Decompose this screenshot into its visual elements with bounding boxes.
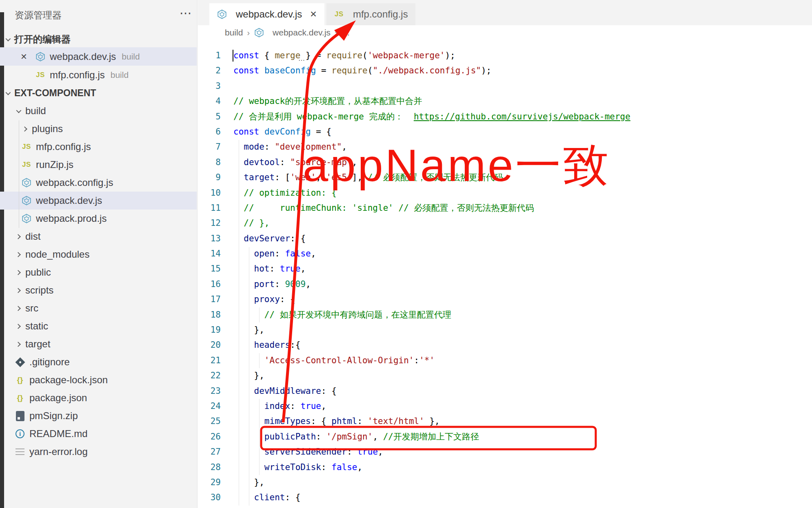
breadcrumb-item-webpack.dev.js[interactable]: webpack.dev.js (273, 28, 331, 38)
tree-item-dist[interactable]: dist (0, 227, 197, 245)
tree-item-package-lock.json[interactable]: {}package-lock.json (0, 371, 197, 389)
tree-item-target[interactable]: target (0, 335, 197, 353)
code-line-13[interactable]: 13 devServer: { (198, 231, 812, 246)
open-editors-header[interactable]: 打开的编辑器 (0, 31, 197, 47)
code-line-23[interactable]: 23 devMiddleware: { (198, 384, 812, 399)
code-line-29[interactable]: 29 }, (198, 475, 812, 490)
line-number[interactable]: 7 (198, 139, 221, 155)
line-number[interactable]: 4 (198, 94, 221, 109)
line-number[interactable]: 15 (198, 261, 221, 276)
tab-mfp.config.js[interactable]: JSmfp.config.js (326, 3, 415, 25)
line-number[interactable]: 21 (198, 353, 221, 368)
line-number[interactable]: 3 (198, 79, 221, 94)
tree-item-src[interactable]: src (0, 299, 197, 317)
tree-item-public[interactable]: public (0, 263, 197, 281)
breadcrumb-item-…[interactable]: … (342, 28, 350, 38)
line-number[interactable]: 25 (198, 414, 221, 429)
code-line-26[interactable]: 26 publicPath: '/pmSign', //开发期增加上下文路径 (198, 429, 812, 444)
tree-item-webpack.dev.js[interactable]: webpack.dev.js (0, 192, 197, 210)
close-icon[interactable]: ✕ (20, 52, 29, 62)
line-number[interactable]: 16 (198, 277, 221, 292)
code-line-27[interactable]: 27 serverSideRender: true, (198, 444, 812, 459)
line-number[interactable]: 10 (198, 186, 221, 201)
line-number[interactable]: 14 (198, 246, 221, 261)
code-line-10[interactable]: 10 // optimization: { (198, 186, 812, 201)
code-line-1[interactable]: 1const { merge } = require('webpack-merg… (198, 48, 812, 63)
code-line-11[interactable]: 11 // runtimeChunk: 'single' // 必须配置，否则无… (198, 201, 812, 216)
line-number[interactable]: 24 (198, 399, 221, 414)
line-number[interactable]: 13 (198, 231, 221, 246)
code-text: // runtimeChunk: 'single' // 必须配置，否则无法热更… (233, 201, 534, 216)
code-line-4[interactable]: 4// webpack的开发环境配置，从基本配置中合并 (198, 94, 812, 109)
line-number[interactable]: 11 (198, 201, 221, 216)
workspace-header[interactable]: EXT-COMPONENT (0, 84, 197, 102)
tree-item-package.json[interactable]: {}package.json (0, 389, 197, 407)
line-number[interactable]: 26 (198, 429, 221, 444)
line-number[interactable]: 5 (198, 109, 221, 124)
line-number[interactable]: 6 (198, 124, 221, 139)
code-line-19[interactable]: 19 }, (198, 322, 812, 338)
code-line-14[interactable]: 14 open: false, (198, 246, 812, 261)
code-line-22[interactable]: 22 }, (198, 368, 812, 383)
tree-item-mfp.config.js[interactable]: JSmfp.config.js (0, 138, 197, 156)
line-number[interactable]: 2 (198, 63, 221, 78)
code-line-24[interactable]: 24 index: true, (198, 399, 812, 414)
close-icon[interactable]: ✕ (310, 9, 317, 19)
line-number[interactable]: 1 (198, 48, 221, 63)
code-line-7[interactable]: 7 mode: "development", (198, 139, 812, 155)
tree-item-pmSign.zip[interactable]: pmSign.zip (0, 407, 197, 425)
code-editor[interactable]: ⋯ 1const { merge } = require('webpack-me… (198, 48, 812, 508)
webpack-icon (21, 195, 32, 206)
code-line-20[interactable]: 20 headers:{ (198, 338, 812, 353)
line-number[interactable]: 8 (198, 155, 221, 170)
code-line-8[interactable]: 8 devtool: "source-map", (198, 155, 812, 170)
code-line-18[interactable]: 18 // 如果开发环境中有跨域问题，在这里配置代理 (198, 307, 812, 322)
tree-item-runZip.js[interactable]: JSrunZip.js (0, 156, 197, 174)
line-number[interactable]: 27 (198, 444, 221, 459)
file-label: runZip.js (36, 159, 73, 170)
code-line-3[interactable]: 3 (198, 79, 812, 94)
line-number[interactable]: 22 (198, 368, 221, 383)
code-line-12[interactable]: 12 // }, (198, 216, 812, 231)
code-line-28[interactable]: 28 writeToDisk: false, (198, 460, 812, 475)
open-editor-mfp.config.js[interactable]: ✕JSmfp.config.jsbuild (0, 66, 197, 84)
line-number[interactable]: 18 (198, 307, 221, 322)
line-number[interactable]: 23 (198, 384, 221, 399)
tree-item-.gitignore[interactable]: .gitignore (0, 353, 197, 371)
tab-webpack.dev.js[interactable]: webpack.dev.js✕ (209, 3, 324, 25)
tree-item-build[interactable]: build (0, 102, 197, 120)
code-line-2[interactable]: 2const baseConfig = require("./webpack.c… (198, 63, 812, 78)
tree-item-plugins[interactable]: plugins (0, 120, 197, 138)
code-text: open: false, (233, 246, 316, 261)
tree-item-scripts[interactable]: scripts (0, 281, 197, 299)
tree-item-yarn-error.log[interactable]: yarn-error.log (0, 443, 197, 461)
line-number[interactable]: 19 (198, 322, 221, 338)
line-number[interactable]: 28 (198, 460, 221, 475)
tree-item-static[interactable]: static (0, 317, 197, 335)
code-line-21[interactable]: 21 'Access-Control-Allow-Origin':'*' (198, 353, 812, 368)
tree-item-README.md[interactable]: iREADME.md (0, 425, 197, 443)
tree-item-webpack.prod.js[interactable]: webpack.prod.js (0, 210, 197, 227)
open-editor-webpack.dev.js[interactable]: ✕webpack.dev.jsbuild (0, 47, 197, 66)
line-number[interactable]: 29 (198, 475, 221, 490)
line-number[interactable]: 17 (198, 292, 221, 307)
line-number[interactable]: 30 (198, 490, 221, 505)
tree-item-webpack.config.js[interactable]: webpack.config.js (0, 174, 197, 192)
code-line-16[interactable]: 16 port: 9009, (198, 277, 812, 292)
code-text: client: { (233, 490, 300, 505)
file-label: mfp.config.js (36, 141, 91, 152)
code-line-9[interactable]: 9 target: ['web', 'es5'], // 必须配置，否则无法热更… (198, 170, 812, 185)
code-line-25[interactable]: 25 mimeTypes: { phtml: 'text/html' }, (198, 414, 812, 429)
code-line-17[interactable]: 17 proxy: { (198, 292, 812, 307)
code-line-5[interactable]: 5// 合并是利用 webpack-merge 完成的： https://git… (198, 109, 812, 124)
tree-item-node_modules[interactable]: node_modules (0, 245, 197, 263)
line-number[interactable]: 9 (198, 170, 221, 185)
code-line-15[interactable]: 15 hot: true, (198, 261, 812, 276)
more-actions-icon[interactable]: ⋯ (180, 6, 192, 20)
code-line-30[interactable]: 30 client: { (198, 490, 812, 505)
line-number[interactable]: 12 (198, 216, 221, 231)
breadcrumb-item-build[interactable]: build (225, 28, 243, 38)
line-number[interactable]: 20 (198, 338, 221, 353)
code-line-6[interactable]: 6const devConfig = { (198, 124, 812, 139)
code-text: proxy: { (233, 292, 295, 307)
